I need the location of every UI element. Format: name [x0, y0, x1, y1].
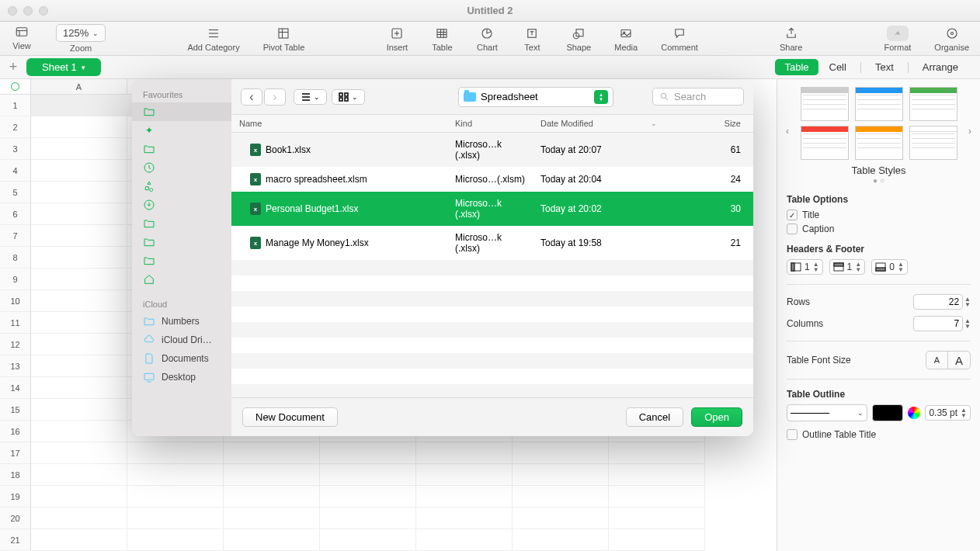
- shape-button[interactable]: Shape: [566, 26, 591, 52]
- row-header[interactable]: 2: [0, 116, 31, 138]
- header-columns-stepper[interactable]: 1▲▼: [787, 259, 823, 275]
- cell[interactable]: [609, 486, 705, 508]
- cancel-button[interactable]: Cancel: [626, 407, 683, 427]
- table-style-thumb[interactable]: [909, 126, 957, 160]
- cell[interactable]: [31, 138, 127, 160]
- table-style-thumb[interactable]: [855, 126, 903, 160]
- inspector-tab-cell[interactable]: Cell: [820, 59, 856, 75]
- cell[interactable]: [416, 508, 513, 529]
- share-button[interactable]: Share: [780, 26, 802, 52]
- view-button[interactable]: View: [11, 24, 33, 50]
- sidebar-folder-item[interactable]: [132, 233, 231, 251]
- cell[interactable]: [127, 442, 224, 464]
- organise-button[interactable]: Organise: [934, 26, 969, 52]
- media-button[interactable]: Media: [614, 26, 638, 52]
- select-all-corner[interactable]: [0, 79, 31, 95]
- cell[interactable]: [31, 247, 127, 269]
- row-header[interactable]: 7: [0, 225, 31, 247]
- columns-input[interactable]: [913, 316, 963, 331]
- row-header[interactable]: 15: [0, 399, 31, 421]
- header-rows-stepper[interactable]: 1▲▼: [829, 259, 866, 275]
- font-decrease-button[interactable]: A: [926, 352, 948, 369]
- table-button[interactable]: Table: [431, 26, 453, 52]
- outline-title-checkbox[interactable]: [787, 429, 798, 440]
- open-button[interactable]: Open: [691, 407, 742, 427]
- table-style-thumb[interactable]: [801, 126, 849, 160]
- cell[interactable]: [320, 464, 416, 486]
- cell[interactable]: [416, 464, 513, 486]
- sidebar-desktop-item[interactable]: Desktop: [132, 368, 231, 386]
- file-row[interactable]: xBook1.xlsx Microso…k (.xlsx) Today at 2…: [231, 133, 753, 167]
- sidebar-folder-item[interactable]: [132, 251, 231, 270]
- cell[interactable]: [31, 225, 127, 247]
- sidebar-folder-item[interactable]: [132, 140, 231, 158]
- sidebar-folder-item[interactable]: [132, 102, 231, 121]
- rows-input[interactable]: [913, 294, 963, 310]
- columns-stepper-arrows[interactable]: ▲▼: [964, 318, 971, 329]
- cell[interactable]: [127, 486, 224, 508]
- sheet-tab[interactable]: Sheet 1: [26, 58, 101, 76]
- cell[interactable]: [513, 464, 609, 486]
- insert-button[interactable]: Insert: [386, 26, 408, 52]
- add-category-button[interactable]: Add Category: [187, 26, 239, 52]
- row-header[interactable]: 1: [0, 95, 31, 116]
- sidebar-dropbox-item[interactable]: ✦: [132, 121, 231, 140]
- cell[interactable]: [224, 486, 320, 508]
- styles-next-button[interactable]: ›: [968, 126, 971, 137]
- outline-line-style[interactable]: ⌄: [787, 404, 867, 421]
- cell[interactable]: [31, 290, 127, 312]
- rows-stepper-arrows[interactable]: ▲▼: [964, 296, 971, 307]
- row-header[interactable]: 12: [0, 334, 31, 355]
- file-row[interactable]: xManage My Money1.xlsx Microso…k (.xlsx)…: [231, 226, 753, 260]
- cell[interactable]: [127, 508, 224, 529]
- row-header[interactable]: 16: [0, 421, 31, 442]
- table-style-thumb[interactable]: [909, 87, 957, 121]
- cell[interactable]: [31, 399, 127, 421]
- color-picker-button[interactable]: [908, 407, 920, 419]
- sidebar-numbers-item[interactable]: Numbers: [132, 312, 231, 331]
- row-header[interactable]: 8: [0, 247, 31, 269]
- cell[interactable]: [31, 486, 127, 508]
- location-popup[interactable]: Spreadsheet ▲▼: [458, 87, 613, 107]
- row-header[interactable]: 19: [0, 486, 31, 508]
- cell[interactable]: [320, 508, 416, 529]
- cell[interactable]: [609, 464, 705, 486]
- cell[interactable]: [31, 334, 127, 355]
- comment-button[interactable]: Comment: [661, 26, 698, 52]
- inspector-tab-text[interactable]: Text: [866, 59, 903, 75]
- chart-button[interactable]: Chart: [476, 26, 498, 52]
- sidebar-folder-item[interactable]: [132, 214, 231, 233]
- row-header[interactable]: 21: [0, 529, 31, 551]
- outline-color-well[interactable]: [872, 404, 903, 421]
- cell[interactable]: [127, 529, 224, 551]
- cell[interactable]: [320, 442, 416, 464]
- title-checkbox[interactable]: ✓: [787, 210, 798, 220]
- table-style-thumb[interactable]: [855, 87, 903, 121]
- cell[interactable]: [31, 116, 127, 138]
- date-column-header[interactable]: Date Modified⌄: [533, 115, 665, 132]
- cell[interactable]: [224, 508, 320, 529]
- cell[interactable]: [416, 529, 513, 551]
- row-header[interactable]: 17: [0, 442, 31, 464]
- search-field[interactable]: Search: [652, 88, 744, 106]
- row-header[interactable]: 13: [0, 355, 31, 377]
- caption-checkbox[interactable]: [787, 224, 798, 234]
- file-row[interactable]: xPersonal Budget1.xlsx Microso…k (.xlsx)…: [231, 192, 753, 226]
- cell[interactable]: [127, 464, 224, 486]
- cell[interactable]: [31, 377, 127, 399]
- kind-column-header[interactable]: Kind: [447, 115, 533, 132]
- cell[interactable]: [609, 508, 705, 529]
- back-button[interactable]: ‹: [241, 88, 262, 106]
- cell[interactable]: [31, 529, 127, 551]
- row-header[interactable]: 9: [0, 269, 31, 290]
- cell[interactable]: [513, 442, 609, 464]
- cell[interactable]: [416, 442, 513, 464]
- file-row[interactable]: xmacro spreadsheet.xlsm Microso…(.xlsm) …: [231, 167, 753, 192]
- sidebar-home-item[interactable]: [132, 270, 231, 289]
- format-button[interactable]: Format: [884, 26, 912, 52]
- pivot-table-button[interactable]: Pivot Table: [263, 26, 305, 52]
- zoom-control[interactable]: 125%⌄ Zoom: [56, 24, 106, 53]
- sidebar-apps-item[interactable]: [132, 177, 231, 196]
- row-header[interactable]: 14: [0, 377, 31, 399]
- cell[interactable]: [31, 464, 127, 486]
